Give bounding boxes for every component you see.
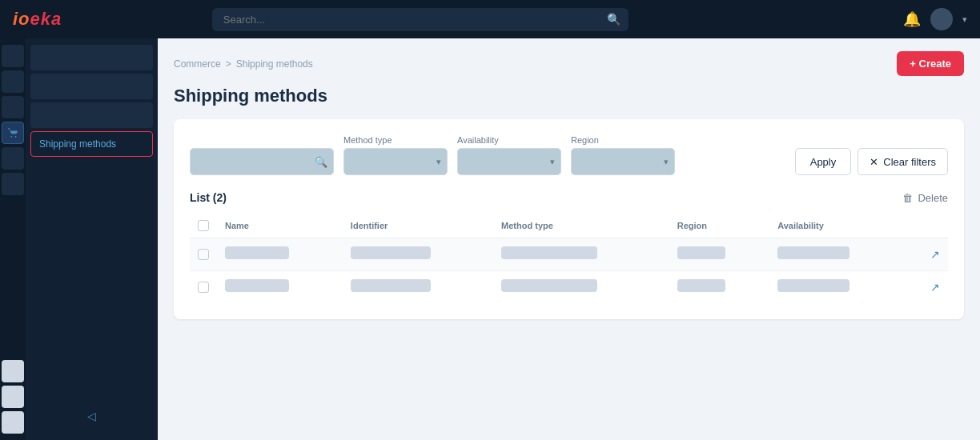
method-type-label: Method type: [343, 135, 448, 145]
trash-icon: 🗑: [902, 192, 913, 204]
row-2-checkbox-cell: [190, 271, 217, 304]
availability-select-wrap: ▾: [457, 148, 561, 175]
clear-filters-label: Clear filters: [883, 156, 936, 168]
nav-right: 🔔 ▾: [903, 8, 967, 30]
search-input[interactable]: [212, 8, 629, 31]
sidebar-menu: Shipping methods ◁: [26, 38, 158, 440]
search-filter-wrap: 🔍: [190, 148, 334, 175]
row-2-action: ↗: [908, 271, 948, 304]
search-icon: 🔍: [607, 13, 621, 26]
search-bar: 🔍: [212, 8, 629, 31]
row-1-checkbox[interactable]: [198, 249, 209, 260]
sidebar-collapse-button[interactable]: ◁: [26, 405, 158, 427]
row-1-availability: [769, 238, 908, 271]
method-type-filter: Method type ▾: [343, 135, 448, 175]
row-2-method-type-skeleton: [501, 279, 597, 292]
row-1-edit-icon[interactable]: ↗: [930, 248, 940, 261]
breadcrumb-current: Shipping methods: [236, 58, 313, 70]
region-filter: Region ▾: [571, 135, 675, 175]
breadcrumb-separator: >: [226, 58, 231, 70]
row-2-identifier-skeleton: [351, 279, 431, 292]
row-2-identifier: [343, 271, 493, 304]
table-row: ↗: [190, 238, 948, 271]
row-1-method-type-skeleton: [501, 246, 597, 259]
search-filter-input[interactable]: [190, 148, 334, 175]
sidebar-icons: [0, 38, 26, 440]
row-1-name: [217, 238, 343, 271]
row-2-checkbox[interactable]: [198, 282, 209, 293]
sidebar-icon-6[interactable]: [2, 173, 24, 195]
sidebar-lower-icon-1[interactable]: [2, 360, 24, 382]
row-1-name-skeleton: [225, 246, 289, 259]
breadcrumb: Commerce > Shipping methods + Create: [174, 51, 964, 76]
table-row: ↗: [190, 271, 948, 304]
method-type-select-wrap: ▾: [343, 148, 448, 175]
th-actions: [908, 214, 948, 238]
row-1-action: ↗: [908, 238, 948, 271]
th-availability: Availability: [769, 214, 908, 238]
th-identifier: Identifier: [343, 214, 493, 238]
row-1-checkbox-cell: [190, 238, 217, 271]
breadcrumb-commerce[interactable]: Commerce: [174, 58, 221, 70]
sidebar-lower-icon-2[interactable]: [2, 386, 24, 408]
logo: ioeka: [13, 9, 62, 30]
sidebar-icon-cart[interactable]: [2, 122, 24, 144]
sidebar-icon-2[interactable]: [2, 70, 24, 93]
sidebar-menu-item-3[interactable]: [30, 102, 153, 128]
bell-icon[interactable]: 🔔: [903, 10, 921, 28]
th-method-type: Method type: [493, 214, 669, 238]
filters-row: 🔍 Method type ▾ Avai: [190, 135, 948, 175]
svg-point-1: [15, 136, 17, 138]
list-title: List (2): [190, 191, 227, 204]
th-checkbox: [190, 214, 217, 238]
row-2-edit-icon[interactable]: ↗: [930, 281, 940, 294]
sidebar-menu-item-shipping[interactable]: Shipping methods: [30, 131, 153, 157]
th-name: Name: [217, 214, 343, 238]
row-1-region-skeleton: [677, 246, 725, 259]
avatar-chevron[interactable]: ▾: [962, 14, 967, 25]
clear-filters-button[interactable]: ✕ Clear filters: [858, 148, 948, 175]
region-select-wrap: ▾: [571, 148, 675, 175]
main-content: Commerce > Shipping methods + Create Shi…: [158, 38, 980, 440]
row-1-region: [669, 238, 769, 271]
sidebar-item-label: Shipping methods: [39, 138, 116, 150]
sidebar-icon-5[interactable]: [2, 147, 24, 170]
row-1-availability-skeleton: [777, 246, 849, 259]
top-nav: ioeka 🔍 🔔 ▾: [0, 0, 980, 38]
table-header-row: Name Identifier Method type Region Avail…: [190, 214, 948, 238]
select-all-checkbox[interactable]: [198, 220, 209, 231]
row-2-name: [217, 271, 343, 304]
availability-select[interactable]: [457, 148, 561, 175]
clear-filters-x-icon: ✕: [870, 156, 878, 168]
create-button[interactable]: + Create: [897, 51, 964, 76]
avatar[interactable]: [930, 8, 953, 30]
row-2-region: [669, 271, 769, 304]
region-select[interactable]: [571, 148, 675, 175]
row-2-method-type: [493, 271, 669, 304]
data-table: Name Identifier Method type Region Avail…: [190, 214, 948, 303]
availability-label: Availability: [457, 135, 561, 145]
page-title: Shipping methods: [174, 86, 964, 106]
row-2-availability-skeleton: [777, 279, 849, 292]
sidebar-icon-3[interactable]: [2, 96, 24, 118]
cart-icon: [7, 127, 18, 138]
filter-actions: Apply ✕ Clear filters: [795, 148, 948, 175]
svg-point-0: [10, 136, 12, 138]
availability-filter: Availability ▾: [457, 135, 561, 175]
row-2-region-skeleton: [677, 279, 725, 292]
row-1-identifier: [343, 238, 493, 271]
row-2-name-skeleton: [225, 279, 289, 292]
sidebar-menu-item-2[interactable]: [30, 74, 153, 99]
apply-button[interactable]: Apply: [795, 148, 852, 175]
row-2-availability: [769, 271, 908, 304]
content-card: 🔍 Method type ▾ Avai: [174, 119, 964, 319]
list-header: List (2) 🗑 Delete: [190, 191, 948, 204]
row-1-method-type: [493, 238, 669, 271]
region-label: Region: [571, 135, 675, 145]
method-type-select[interactable]: [343, 148, 448, 175]
sidebar-icon-1[interactable]: [2, 45, 24, 67]
delete-button[interactable]: 🗑 Delete: [902, 192, 948, 204]
sidebar-lower-icon-3[interactable]: [2, 411, 24, 434]
sidebar-menu-item-1[interactable]: [30, 45, 153, 70]
delete-label: Delete: [918, 192, 948, 204]
